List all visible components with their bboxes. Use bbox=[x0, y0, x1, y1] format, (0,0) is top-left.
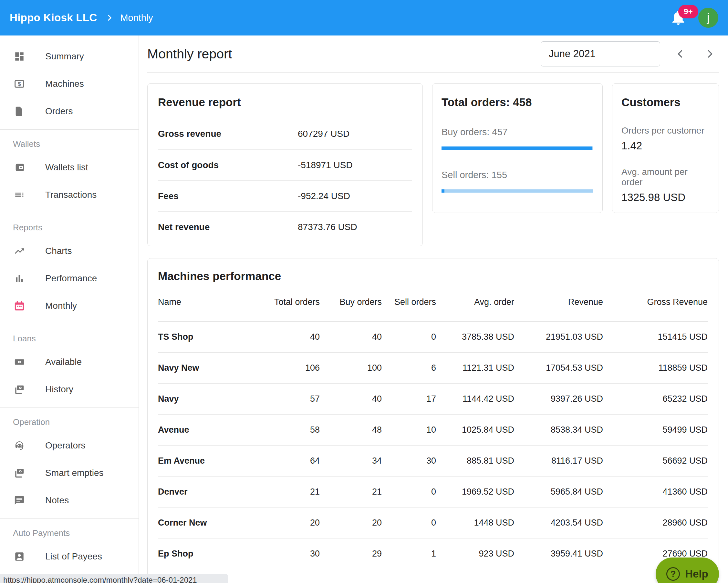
sidebar-item-performance[interactable]: Performance bbox=[0, 265, 138, 292]
notifications-button[interactable]: 9+ bbox=[670, 9, 687, 27]
sidebar-item-charts[interactable]: Charts bbox=[0, 237, 138, 265]
sidebar: Summary $ Machines Orders Wallets Wallet… bbox=[0, 35, 139, 583]
avg-order-cell: 1025.84 USD bbox=[437, 425, 515, 435]
machines-performance-title: Machines performance bbox=[158, 270, 708, 283]
page-header: Monthly report June 2021 bbox=[147, 35, 719, 73]
column-header-gross-revenue: Gross Revenue bbox=[604, 297, 708, 307]
revenue-row-value: 87373.76 USD bbox=[298, 222, 412, 232]
sidebar-divider bbox=[0, 519, 138, 519]
avatar[interactable]: j bbox=[698, 8, 718, 28]
buy-orders-cell: 20 bbox=[320, 518, 383, 528]
revenue-cell: 8116.17 USD bbox=[515, 456, 604, 466]
sidebar-item-label: Transactions bbox=[45, 190, 97, 200]
sidebar-item-available[interactable]: Available bbox=[0, 348, 138, 376]
machine-dollar-icon: $ bbox=[14, 78, 25, 90]
sidebar-item-label: List of Payees bbox=[45, 551, 102, 562]
buy-orders-cell: 40 bbox=[320, 332, 383, 342]
total-orders-cell: 58 bbox=[258, 425, 320, 435]
sidebar-section-operation: Operation bbox=[0, 411, 138, 432]
revenue-report-title: Revenue report bbox=[158, 96, 412, 109]
table-body: TS Shop 40 40 0 3785.38 USD 21951.03 USD… bbox=[158, 321, 708, 569]
sidebar-section-wallets: Wallets bbox=[0, 133, 138, 154]
sell-orders-cell: 30 bbox=[383, 456, 437, 466]
sidebar-item-machines[interactable]: $ Machines bbox=[0, 70, 138, 98]
sidebar-item-notes[interactable]: Notes bbox=[0, 487, 138, 514]
sidebar-item-monthly[interactable]: Monthly bbox=[0, 292, 138, 320]
machine-name-cell: Navy New bbox=[158, 363, 258, 373]
sidebar-item-transactions[interactable]: Transactions bbox=[0, 181, 138, 209]
main-content: Monthly report June 2021 Revenue report … bbox=[139, 35, 728, 583]
avg-order-cell: 1121.31 USD bbox=[437, 363, 515, 373]
machine-name-cell: Denver bbox=[158, 487, 258, 497]
total-orders-cell: 30 bbox=[258, 549, 320, 559]
table-row: Navy 57 40 17 1144.42 USD 9397.26 USD 65… bbox=[158, 383, 708, 414]
svg-text:$: $ bbox=[18, 81, 21, 87]
dashboard-icon bbox=[14, 51, 25, 62]
sidebar-item-wallets-list[interactable]: Wallets list bbox=[0, 154, 138, 181]
total-orders-cell: 64 bbox=[258, 456, 320, 466]
sidebar-item-label: Wallets list bbox=[45, 162, 88, 173]
month-picker-input[interactable]: June 2021 bbox=[541, 41, 660, 66]
sidebar-item-operators[interactable]: Operators bbox=[0, 432, 138, 459]
total-orders-card: Total orders: 458 Buy orders: 457 Sell o… bbox=[432, 83, 603, 213]
avg-amount-value: 1325.98 USD bbox=[621, 191, 709, 203]
revenue-row-label: Cost of goods bbox=[158, 160, 298, 170]
revenue-row-label: Fees bbox=[158, 191, 298, 201]
next-month-button[interactable] bbox=[701, 45, 719, 63]
column-header-revenue: Revenue bbox=[515, 297, 604, 307]
column-header-name: Name bbox=[158, 297, 258, 307]
sidebar-item-smart-empties[interactable]: Smart empties bbox=[0, 459, 138, 487]
table-row: Ep Shop 30 29 1 923 USD 3959.41 USD 2769… bbox=[158, 538, 708, 569]
column-header-total-orders: Total orders bbox=[258, 297, 320, 307]
support-agent-icon bbox=[14, 440, 25, 451]
sidebar-item-label: Performance bbox=[45, 273, 97, 284]
revenue-row-value: -518971 USD bbox=[298, 160, 412, 170]
document-icon bbox=[14, 106, 25, 117]
column-header-avg-order: Avg. order bbox=[437, 297, 515, 307]
sell-orders-label: Sell orders: 155 bbox=[442, 170, 593, 181]
avg-order-cell: 923 USD bbox=[437, 549, 515, 559]
sidebar-item-label: Notes bbox=[45, 495, 69, 505]
sidebar-section-loans: Loans bbox=[0, 328, 138, 348]
avg-order-cell: 1448 USD bbox=[437, 518, 515, 528]
total-orders-cell: 40 bbox=[258, 332, 320, 342]
machine-name-cell: Navy bbox=[158, 394, 258, 404]
table-row: Em Avenue 64 34 30 885.81 USD 8116.17 US… bbox=[158, 445, 708, 476]
sidebar-item-orders[interactable]: Orders bbox=[0, 98, 138, 125]
sidebar-item-label: Operators bbox=[45, 440, 85, 451]
gross-revenue-cell: 65232 USD bbox=[604, 394, 708, 404]
sidebar-item-list-of-payees[interactable]: List of Payees bbox=[0, 543, 138, 570]
previous-month-button[interactable] bbox=[671, 45, 689, 63]
revenue-row-gross: Gross revenue 607297 USD bbox=[158, 118, 412, 149]
sell-orders-progress-bar bbox=[442, 189, 593, 193]
sidebar-item-history[interactable]: History bbox=[0, 376, 138, 403]
bar-chart-icon bbox=[14, 273, 25, 284]
company-name[interactable]: Hippo Kiosk LLC bbox=[10, 11, 97, 24]
column-header-sell-orders: Sell orders bbox=[383, 297, 437, 307]
table-row: Navy New 106 100 6 1121.31 USD 17054.53 … bbox=[158, 352, 708, 383]
sidebar-item-label: Charts bbox=[45, 246, 72, 256]
avg-order-cell: 1144.42 USD bbox=[437, 394, 515, 404]
page-title: Monthly report bbox=[147, 47, 232, 62]
revenue-report-card: Revenue report Gross revenue 607297 USD … bbox=[147, 83, 423, 246]
top-bar: Hippo Kiosk LLC Monthly 9+ j bbox=[0, 0, 728, 35]
revenue-cell: 5965.84 USD bbox=[515, 487, 604, 497]
revenue-row-value: 607297 USD bbox=[298, 129, 412, 139]
gross-revenue-cell: 151415 USD bbox=[604, 332, 708, 342]
machine-name-cell: Corner New bbox=[158, 518, 258, 528]
payments-icon bbox=[14, 467, 25, 479]
help-button[interactable]: ? Help bbox=[656, 557, 719, 583]
sidebar-divider bbox=[0, 129, 138, 130]
gross-revenue-cell: 118859 USD bbox=[604, 363, 708, 373]
sell-orders-cell: 6 bbox=[383, 363, 437, 373]
buy-orders-cell: 34 bbox=[320, 456, 383, 466]
revenue-cell: 17054.53 USD bbox=[515, 363, 604, 373]
sell-orders-cell: 0 bbox=[383, 487, 437, 497]
list-icon bbox=[14, 189, 25, 201]
revenue-row-cost: Cost of goods -518971 USD bbox=[158, 149, 412, 181]
revenue-cell: 21951.03 USD bbox=[515, 332, 604, 342]
notification-badge: 9+ bbox=[678, 5, 698, 19]
chat-note-icon bbox=[14, 495, 25, 506]
sidebar-item-summary[interactable]: Summary bbox=[0, 43, 138, 70]
avg-order-cell: 1969.52 USD bbox=[437, 487, 515, 497]
